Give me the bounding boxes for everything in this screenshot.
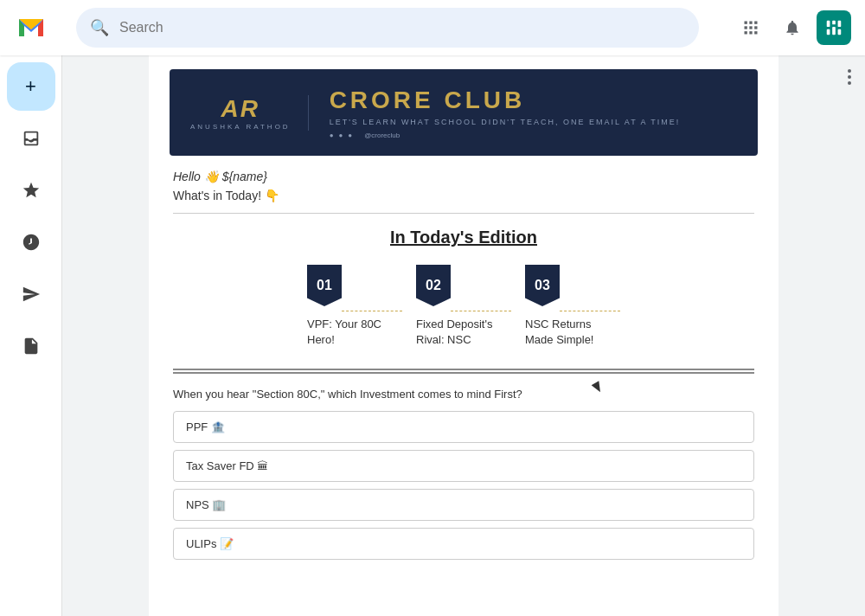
svg-rect-6 — [754, 26, 757, 29]
dot-2 — [848, 75, 851, 79]
banner-subtitle: LET'S LEARN WHAT SCHOOL DIDN'T TEACH, ON… — [330, 118, 737, 126]
banner-title-area: CRORE CLUB LET'S LEARN WHAT SCHOOL DIDN'… — [330, 87, 737, 139]
search-icon: 🔍 — [90, 18, 109, 37]
poll-option-1[interactable]: PPF 🏦 — [173, 411, 754, 443]
svg-rect-3 — [754, 22, 757, 24]
left-panel — [62, 55, 149, 616]
edition-text-1: VPF: Your 80C Hero! — [307, 317, 402, 348]
edition-item-1: 01 VPF: Your 80C Hero! — [307, 265, 402, 348]
edition-flag-1: 01 — [307, 265, 342, 306]
poll-option-3[interactable]: NPS 🏢 — [173, 489, 754, 521]
svg-rect-11 — [832, 21, 836, 25]
edition-items: 01 VPF: Your 80C Hero! 02 — [173, 265, 754, 348]
dots-menu[interactable] — [848, 69, 851, 85]
search-input[interactable] — [119, 20, 685, 35]
edition-flag-3: 03 — [525, 265, 560, 306]
edition-dashes-1 — [342, 311, 402, 311]
edition-dashes-2 — [451, 311, 511, 311]
sidebar-item-starred[interactable] — [7, 166, 55, 215]
compose-icon: + — [25, 75, 36, 98]
sidebar-item-inbox[interactable] — [7, 114, 55, 163]
whats-in-text: What's in Today! 👇 — [173, 189, 754, 202]
sidebar-item-snoozed[interactable] — [7, 218, 55, 266]
edition-text-3: NSC Returns Made Simple! — [525, 317, 620, 348]
greeting-text: Hello 👋 ${name} — [173, 170, 754, 183]
svg-rect-13 — [827, 29, 830, 35]
email-body: Hello 👋 ${name} What's in Today! 👇 In To… — [170, 170, 758, 560]
right-panel — [778, 55, 865, 616]
dot-1 — [848, 69, 851, 73]
poll-option-2[interactable]: Tax Saver FD 🏛 — [173, 450, 754, 482]
bell-icon[interactable] — [775, 10, 810, 45]
dot-3 — [848, 81, 851, 85]
email-view: AR ANUSHKA RATHOD CRORE CLUB LET'S LEARN… — [149, 55, 778, 616]
poll-option-4[interactable]: ULIPs 📝 — [173, 528, 754, 560]
sidebar-item-sent[interactable] — [7, 270, 55, 318]
svg-rect-1 — [745, 22, 747, 24]
logo-monogram: AR — [221, 95, 260, 123]
svg-rect-5 — [749, 26, 752, 29]
banner-logo: AR ANUSHKA RATHOD — [190, 95, 309, 131]
gmail-logo — [14, 10, 48, 45]
edition-title: In Today's Edition — [173, 228, 754, 247]
svg-rect-9 — [754, 31, 757, 34]
svg-rect-2 — [749, 22, 752, 24]
svg-rect-8 — [749, 31, 752, 34]
logo-name: ANUSHKA RATHOD — [190, 123, 291, 131]
content-area: AR ANUSHKA RATHOD CRORE CLUB LET'S LEARN… — [62, 55, 865, 616]
edition-flag-2: 02 — [416, 265, 451, 306]
banner-social: ●●● @croreclub — [330, 132, 737, 139]
edition-item-3: 03 NSC Returns Made Simple! — [525, 265, 620, 348]
search-bar[interactable]: 🔍 — [76, 8, 699, 48]
edition-text-2: Fixed Deposit's Rival: NSC — [416, 317, 511, 348]
svg-rect-12 — [838, 21, 842, 27]
compose-button[interactable]: + — [7, 62, 55, 111]
grid-icon[interactable] — [734, 10, 768, 45]
edition-dashes-3 — [560, 311, 620, 311]
svg-rect-14 — [832, 27, 836, 35]
divider-1 — [173, 213, 754, 214]
banner-title: CRORE CLUB — [330, 87, 737, 114]
poll-question: When you hear "Section 80C," which Inves… — [173, 388, 754, 401]
email-banner: AR ANUSHKA RATHOD CRORE CLUB LET'S LEARN… — [170, 69, 758, 156]
main-layout: + AR ANUSHKA RATHOD — [0, 55, 865, 616]
sidebar: + — [0, 55, 62, 616]
svg-rect-7 — [745, 31, 747, 34]
svg-rect-10 — [827, 21, 830, 27]
app-icon[interactable] — [817, 10, 851, 45]
edition-item-2: 02 Fixed Deposit's Rival: NSC — [416, 265, 511, 348]
svg-rect-4 — [745, 26, 747, 29]
topbar-icons — [734, 10, 851, 45]
double-divider — [173, 369, 754, 374]
svg-rect-15 — [838, 29, 842, 35]
sidebar-item-drafts[interactable] — [7, 322, 55, 370]
topbar: 🔍 — [0, 0, 865, 55]
